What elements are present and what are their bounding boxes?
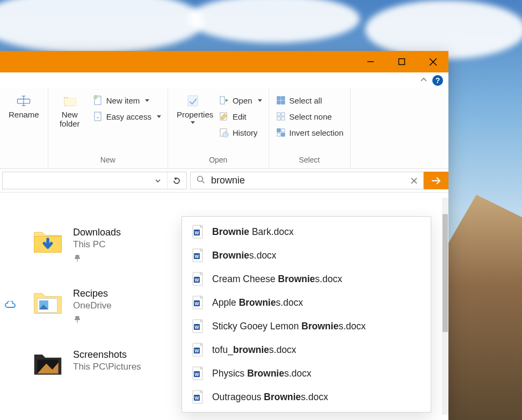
cloud-sync-icon bbox=[4, 301, 16, 311]
folder-path: This PC bbox=[73, 239, 121, 250]
svg-text:W: W bbox=[194, 277, 199, 283]
close-button[interactable] bbox=[417, 51, 448, 72]
word-document-icon: W bbox=[192, 319, 204, 334]
folder-icon bbox=[32, 286, 63, 317]
invert-selection-button[interactable]: Invert selection bbox=[274, 126, 345, 139]
easy-access-icon bbox=[92, 111, 103, 122]
refresh-button[interactable] bbox=[167, 172, 185, 189]
word-document-icon: W bbox=[192, 224, 204, 239]
select-all-icon bbox=[276, 95, 286, 106]
search-icon bbox=[196, 175, 206, 186]
dropdown-icon bbox=[258, 99, 262, 102]
easy-access-button[interactable]: Easy access bbox=[91, 110, 162, 123]
word-document-icon: W bbox=[192, 248, 204, 263]
navigation-row bbox=[0, 169, 448, 193]
svg-rect-22 bbox=[281, 97, 285, 100]
file-explorer-window: ? Rename bbox=[0, 51, 448, 420]
search-suggestion-item[interactable]: WCream Cheese Brownies.docx bbox=[182, 267, 431, 291]
new-item-button[interactable]: New item bbox=[91, 94, 162, 107]
search-suggestion-item[interactable]: WPhysics Brownies.docx bbox=[182, 362, 431, 385]
search-suggestion-item[interactable]: WBrownie Bark.docx bbox=[182, 220, 431, 244]
word-document-icon: W bbox=[192, 342, 204, 357]
maximize-button[interactable] bbox=[386, 51, 417, 72]
folder-path: OneDrive bbox=[73, 300, 112, 311]
search-suggestion-item[interactable]: WApple Brownies.docx bbox=[182, 291, 431, 314]
search-go-button[interactable] bbox=[424, 172, 448, 189]
folder-icon bbox=[32, 225, 63, 256]
word-document-icon: W bbox=[192, 295, 204, 310]
svg-rect-27 bbox=[277, 117, 280, 120]
svg-rect-24 bbox=[281, 101, 285, 104]
suggestion-text: Brownies.docx bbox=[212, 250, 277, 261]
select-none-button[interactable]: Select none bbox=[274, 110, 345, 123]
rename-label: Rename bbox=[9, 110, 39, 119]
dropdown-icon bbox=[191, 121, 195, 124]
search-suggestion-item[interactable]: WOutrageous Brownies.docx bbox=[182, 385, 431, 409]
scrollbar[interactable] bbox=[442, 198, 448, 415]
svg-text:W: W bbox=[194, 348, 199, 353]
ribbon-help-row: ? bbox=[0, 72, 448, 89]
svg-marker-17 bbox=[226, 99, 228, 102]
new-folder-icon bbox=[63, 94, 77, 108]
svg-rect-23 bbox=[277, 101, 280, 104]
svg-rect-15 bbox=[188, 95, 198, 106]
svg-rect-16 bbox=[220, 97, 224, 104]
scrollbar-thumb[interactable] bbox=[443, 214, 448, 332]
svg-rect-21 bbox=[277, 97, 280, 100]
svg-text:W: W bbox=[194, 372, 199, 377]
rename-button[interactable]: Rename bbox=[5, 92, 42, 121]
new-item-icon bbox=[92, 95, 103, 106]
properties-icon bbox=[186, 94, 200, 108]
properties-label: Properties bbox=[177, 110, 209, 119]
svg-text:W: W bbox=[194, 230, 199, 235]
dropdown-icon bbox=[145, 99, 149, 102]
suggestion-text: tofu_brownies.docx bbox=[212, 344, 296, 356]
search-suggestion-item[interactable]: WSticky Gooey Lemon Brownies.docx bbox=[182, 314, 431, 338]
suggestion-text: Apple Brownies.docx bbox=[212, 297, 303, 308]
svg-rect-29 bbox=[277, 129, 280, 132]
suggestion-text: Cream Cheese Brownies.docx bbox=[212, 274, 342, 285]
suggestion-text: Brownie Bark.docx bbox=[212, 226, 294, 238]
svg-text:W: W bbox=[194, 301, 199, 306]
svg-rect-1 bbox=[399, 59, 405, 65]
folder-name: Downloads bbox=[73, 227, 121, 238]
ribbon-group-new-label: New bbox=[100, 156, 115, 167]
pin-icon bbox=[73, 254, 82, 264]
new-folder-label: New folder bbox=[60, 110, 80, 129]
edit-icon bbox=[219, 111, 229, 122]
address-bar[interactable] bbox=[2, 172, 187, 189]
suggestion-text: Sticky Gooey Lemon Brownies.docx bbox=[212, 321, 366, 332]
select-all-button[interactable]: Select all bbox=[274, 94, 345, 107]
search-suggestion-item[interactable]: WBrownies.docx bbox=[182, 244, 431, 267]
ribbon-group-open-label: Open bbox=[209, 156, 227, 167]
word-document-icon: W bbox=[192, 366, 204, 381]
ribbon-group-select-label: Select bbox=[299, 156, 320, 167]
word-document-icon: W bbox=[192, 389, 204, 404]
search-suggestion-item[interactable]: Wtofu_brownies.docx bbox=[182, 338, 431, 362]
address-dropdown-button[interactable] bbox=[149, 172, 167, 189]
svg-rect-25 bbox=[277, 113, 280, 116]
svg-text:W: W bbox=[194, 254, 199, 259]
properties-button[interactable]: Properties bbox=[173, 92, 212, 126]
select-none-icon bbox=[276, 111, 286, 122]
search-input[interactable] bbox=[211, 173, 400, 188]
svg-text:W: W bbox=[194, 325, 199, 330]
help-button[interactable]: ? bbox=[432, 75, 443, 86]
suggestion-text: Physics Brownies.docx bbox=[212, 368, 311, 379]
invert-selection-icon bbox=[276, 127, 286, 138]
edit-button[interactable]: Edit bbox=[218, 110, 263, 123]
history-button[interactable]: History bbox=[218, 126, 263, 139]
open-button[interactable]: Open bbox=[218, 94, 263, 107]
ribbon: Rename New folder bbox=[0, 89, 448, 169]
search-box[interactable] bbox=[190, 172, 424, 189]
minimize-button[interactable] bbox=[355, 51, 386, 72]
word-document-icon: W bbox=[192, 271, 204, 286]
open-icon bbox=[219, 95, 229, 106]
clear-search-button[interactable] bbox=[405, 172, 423, 189]
svg-rect-28 bbox=[281, 117, 285, 120]
collapse-ribbon-button[interactable] bbox=[419, 76, 428, 86]
search-suggestions-dropdown: WBrownie Bark.docxWBrownies.docxWCream C… bbox=[182, 216, 431, 412]
new-folder-button[interactable]: New folder bbox=[54, 92, 86, 131]
content-area: DownloadsThis PCRecipesOneDriveScreensho… bbox=[0, 193, 448, 420]
suggestion-text: Outrageous Brownies.docx bbox=[212, 392, 328, 403]
